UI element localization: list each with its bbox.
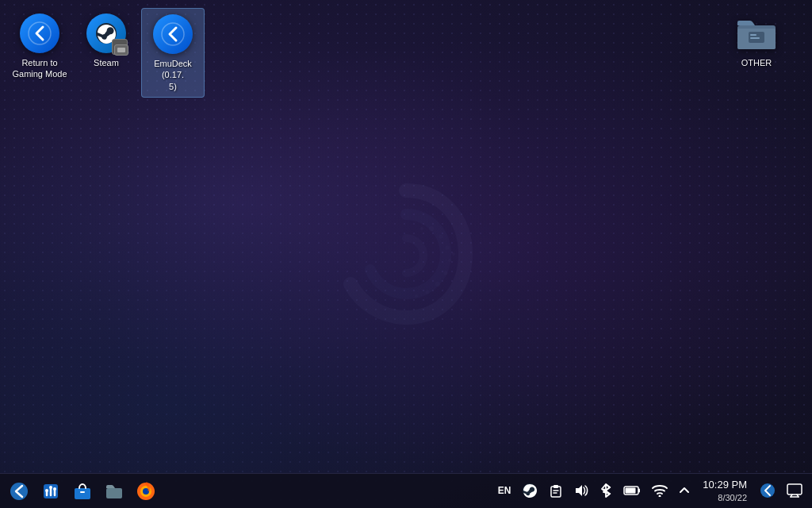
steam-badge-inner (117, 48, 125, 52)
svg-point-12 (444, 271, 448, 275)
files-folder-icon (105, 483, 123, 500)
language-text: EN (498, 485, 511, 496)
emudeck-circle (153, 14, 193, 54)
svg-rect-28 (106, 488, 122, 498)
svg-point-10 (446, 246, 450, 250)
firefox-icon (136, 482, 155, 501)
svg-point-25 (53, 487, 56, 491)
emudeck-tray-svg (760, 483, 776, 498)
steam-logo-icon (94, 21, 118, 45)
steam-badge (114, 44, 128, 56)
svg-point-0 (29, 22, 51, 44)
gaming-mode-circle (20, 13, 59, 53)
svg-point-18 (10, 483, 28, 500)
svg-point-8 (429, 226, 434, 231)
other-folder-image (736, 13, 777, 54)
label-line2: Gaming Mode (12, 69, 67, 79)
desktop: Return to Gaming Mode Steam (0, 0, 812, 508)
svg-point-14 (426, 291, 430, 294)
other-folder-icon[interactable]: OTHER (725, 8, 788, 73)
bluetooth-tray-icon[interactable] (596, 482, 615, 499)
return-to-gaming-icon[interactable]: Return to Gaming Mode (8, 8, 71, 85)
other-icon-area: OTHER (725, 8, 788, 73)
bluetooth-svg (599, 483, 612, 498)
taskbar-emudeck-button[interactable] (5, 477, 33, 506)
taskbar: EN (0, 473, 812, 508)
svg-rect-6 (750, 34, 756, 36)
center-watermark (327, 175, 485, 333)
svg-rect-39 (638, 489, 640, 493)
battery-svg (623, 485, 641, 496)
battery-tray-icon[interactable] (620, 483, 644, 498)
svg-point-13 (435, 282, 440, 287)
taskbar-right: EN (495, 476, 812, 506)
svg-marker-37 (576, 485, 582, 496)
clock-time: 10:29 PM (703, 478, 747, 492)
return-gaming-label: Return to Gaming Mode (12, 57, 67, 80)
taskbar-left (0, 477, 495, 506)
system-tray-expand-button[interactable] (676, 483, 693, 498)
wifi-tray-icon[interactable] (649, 483, 671, 498)
svg-rect-27 (80, 491, 85, 493)
label-line1: Return to (21, 58, 57, 67)
steam-image (86, 13, 127, 54)
volume-tray-icon[interactable] (571, 482, 592, 499)
other-folder-label: OTHER (741, 57, 772, 68)
svg-rect-40 (626, 488, 636, 494)
emudeck-label: EmuDeck (0.17. 5) (145, 58, 201, 92)
language-indicator[interactable]: EN (495, 483, 515, 498)
emudeck-tray-icon[interactable] (756, 481, 779, 500)
volume-svg (574, 483, 588, 498)
taskbar-firefox-button[interactable] (132, 477, 160, 506)
emudeck-arrow-icon (160, 21, 186, 47)
svg-point-41 (659, 495, 661, 498)
svg-rect-43 (787, 484, 802, 495)
wifi-svg (652, 484, 668, 497)
clipboard-svg (549, 483, 563, 498)
svg-point-11 (448, 259, 451, 262)
svg-point-24 (49, 486, 52, 489)
emudeck-image (152, 13, 193, 55)
folder-svg-icon (736, 14, 777, 52)
clipboard-tray-icon[interactable] (546, 482, 566, 499)
desktop-icons-area: Return to Gaming Mode Steam (8, 8, 205, 98)
taskbar-store-button[interactable] (68, 477, 97, 506)
emudeck-line1: EmuDeck (0.17. (154, 59, 192, 79)
emudeck-desktop-icon[interactable]: EmuDeck (0.17. 5) (141, 8, 205, 98)
svg-point-42 (760, 483, 775, 498)
watermark-svg (327, 175, 485, 333)
svg-point-9 (439, 235, 443, 239)
svg-point-15 (415, 294, 418, 298)
emudeck-taskbar-icon (10, 482, 29, 501)
emudeck-line2: 5) (169, 82, 177, 91)
svg-rect-34 (553, 485, 558, 488)
return-gaming-image (19, 13, 60, 54)
steam-desktop-icon[interactable]: Steam (75, 8, 138, 73)
screen-tray-icon[interactable] (783, 482, 806, 499)
chevron-up-icon (679, 485, 690, 496)
clock-date: 8/30/22 (718, 492, 747, 504)
steam-label: Steam (94, 57, 119, 68)
store-bag-icon (74, 483, 91, 500)
svg-point-17 (452, 252, 455, 256)
steam-tray-svg (522, 483, 538, 498)
svg-point-23 (45, 489, 48, 492)
svg-rect-7 (750, 37, 760, 39)
clock-display[interactable]: 10:29 PM 8/30/22 (698, 476, 752, 506)
taskbar-audio-button[interactable] (36, 477, 65, 506)
screen-svg (787, 483, 802, 498)
steam-tray-icon[interactable] (519, 481, 541, 500)
svg-rect-26 (75, 488, 90, 499)
svg-point-16 (420, 227, 423, 230)
arrow-left-icon (27, 21, 52, 46)
taskbar-files-button[interactable] (100, 477, 128, 506)
audio-mixer-icon (42, 483, 59, 500)
svg-point-2 (162, 23, 184, 45)
